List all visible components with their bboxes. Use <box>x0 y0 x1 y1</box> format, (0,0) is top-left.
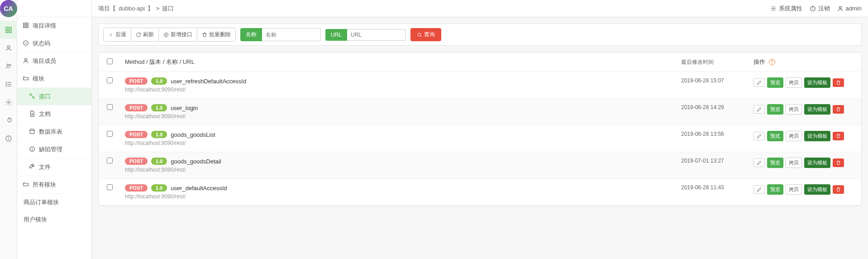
api-url: http://localhost:9090/rest/ <box>125 140 681 146</box>
search-icon <box>417 32 422 38</box>
nav-gear-icon[interactable] <box>0 93 17 111</box>
copy-button[interactable]: 拷贝 <box>786 77 802 88</box>
current-user-link[interactable]: admin <box>837 5 862 12</box>
svg-point-13 <box>8 101 10 103</box>
app-logo: CA <box>0 0 17 17</box>
plus-circle-icon <box>163 32 169 38</box>
nav-grid-icon[interactable] <box>0 21 17 39</box>
copy-button[interactable]: 拷贝 <box>786 184 802 195</box>
set-template-button[interactable]: 设为模板 <box>804 77 830 88</box>
pencil-icon <box>757 107 762 112</box>
svg-point-33 <box>773 8 774 10</box>
row-time: 2019-06-28 13:56 <box>681 131 754 137</box>
edit-button[interactable] <box>754 105 765 114</box>
nav-user-icon[interactable] <box>0 39 17 57</box>
svg-rect-17 <box>24 23 25 24</box>
sidebar-item-label: 文件 <box>39 163 51 171</box>
svg-point-10 <box>6 82 6 82</box>
breadcrumb-suffix: 】 <box>148 5 153 13</box>
refresh-icon <box>136 32 141 38</box>
col-main-header: Method / 版本 / 名称 / URL <box>125 58 681 66</box>
refresh-button[interactable]: 刷新 <box>131 28 159 41</box>
edit-button[interactable] <box>754 132 765 140</box>
delete-button[interactable] <box>833 105 844 114</box>
preview-button[interactable]: 预览 <box>767 158 783 168</box>
table-row: POST1.0goods_goodsListhttp://localhost:9… <box>99 125 861 152</box>
svg-point-36 <box>839 6 841 9</box>
delete-button[interactable] <box>833 78 844 87</box>
sidebar-item-6[interactable]: 数据库表 <box>17 123 91 141</box>
url-filter-input[interactable] <box>347 29 406 41</box>
row-checkbox[interactable] <box>107 158 113 163</box>
sidebar-module-1[interactable]: 用户模块 <box>17 211 91 228</box>
row-checkbox[interactable] <box>107 131 113 137</box>
preview-button[interactable]: 预览 <box>767 131 783 141</box>
delete-button[interactable] <box>833 132 844 140</box>
trash-icon <box>836 107 841 112</box>
row-time: 2019-07-01 13:27 <box>681 158 754 164</box>
delete-button[interactable] <box>833 158 844 167</box>
trash-icon <box>836 80 841 85</box>
version-badge: 1.0 <box>151 77 167 85</box>
method-badge: POST <box>125 104 148 111</box>
back-button[interactable]: 后退 <box>104 28 131 41</box>
row-checkbox[interactable] <box>107 104 113 110</box>
edit-button[interactable] <box>754 158 765 167</box>
svg-point-11 <box>6 84 6 84</box>
nav-info-icon[interactable] <box>0 130 17 148</box>
breadcrumb-project[interactable]: dubbo-api <box>119 5 145 12</box>
svg-point-5 <box>7 64 9 66</box>
copy-button[interactable]: 拷贝 <box>786 158 802 168</box>
sidebar-item-1[interactable]: 状态码 <box>17 35 91 53</box>
sidebar-item-3[interactable]: 模块 <box>17 70 91 88</box>
set-template-button[interactable]: 设为模板 <box>804 184 830 195</box>
preview-button[interactable]: 预览 <box>767 77 783 88</box>
delete-button[interactable] <box>833 185 844 194</box>
name-filter-input[interactable] <box>262 28 321 41</box>
sidebar-module-0[interactable]: 商品订单模块 <box>17 194 91 211</box>
sidebar-item-icon <box>23 181 29 189</box>
power-icon <box>810 5 816 12</box>
api-name[interactable]: goods_goodsList <box>171 131 215 138</box>
api-name[interactable]: user_login <box>171 105 198 111</box>
sidebar-item-icon <box>23 75 29 83</box>
sidebar-item-4[interactable]: 接口 <box>17 88 91 106</box>
api-name[interactable]: goods_goodsDetail <box>171 158 221 165</box>
api-name[interactable]: user_refreshDefaultAccessId <box>171 78 246 85</box>
col-time-header: 最后修改时间 <box>681 58 754 66</box>
batch-delete-button[interactable]: 批量删除 <box>197 28 235 41</box>
nav-list-icon[interactable] <box>0 75 17 93</box>
help-icon[interactable]: ? <box>769 59 775 65</box>
sidebar-item-8[interactable]: 文件 <box>17 158 91 176</box>
copy-button[interactable]: 拷贝 <box>786 131 802 141</box>
sidebar-item-0[interactable]: 项目详情 <box>17 17 91 35</box>
nav-users-icon[interactable] <box>0 57 17 75</box>
sidebar-item-icon <box>23 40 29 48</box>
row-time: 2019-06-28 14:29 <box>681 104 754 110</box>
preview-button[interactable]: 预览 <box>767 104 783 115</box>
copy-button[interactable]: 拷贝 <box>786 104 802 115</box>
sidebar-item-9[interactable]: 所有模块 <box>17 176 91 194</box>
sidebar: 项目详情状态码项目成员模块接口文档数据库表缺陷管理文件所有模块 商品订单模块用户… <box>17 0 92 259</box>
add-api-button[interactable]: 新增接口 <box>159 28 197 41</box>
preview-button[interactable]: 预览 <box>767 184 783 195</box>
api-name[interactable]: user_defaultAccessId <box>171 185 227 192</box>
search-button[interactable]: 查询 <box>410 28 441 41</box>
row-checkbox[interactable] <box>107 184 113 190</box>
api-url: http://localhost:9090/rest/ <box>125 113 681 120</box>
row-checkbox[interactable] <box>107 77 113 83</box>
sidebar-item-7[interactable]: 缺陷管理 <box>17 141 91 158</box>
select-all-checkbox[interactable] <box>107 58 113 64</box>
set-template-button[interactable]: 设为模板 <box>804 131 830 141</box>
col-ops-header: 操作? <box>754 58 853 66</box>
nav-hot-icon[interactable] <box>0 111 17 130</box>
set-template-button[interactable]: 设为模板 <box>804 104 830 115</box>
sidebar-item-2[interactable]: 项目成员 <box>17 53 91 70</box>
table-row: POST1.0goods_goodsDetailhttp://localhost… <box>99 152 861 179</box>
logout-link[interactable]: 注销 <box>810 5 830 13</box>
system-props-link[interactable]: 系统属性 <box>770 5 802 13</box>
edit-button[interactable] <box>754 185 765 194</box>
edit-button[interactable] <box>754 78 765 87</box>
sidebar-item-5[interactable]: 文档 <box>17 106 91 123</box>
set-template-button[interactable]: 设为模板 <box>804 158 830 168</box>
